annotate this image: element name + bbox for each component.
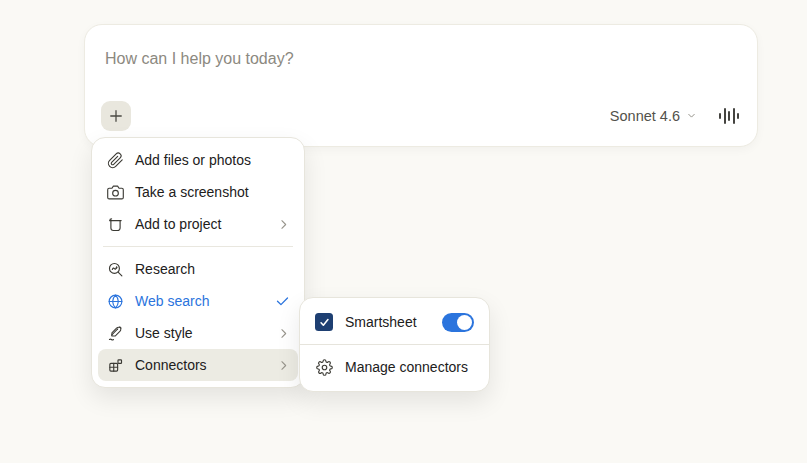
menu-item-label: Web search — [135, 293, 209, 309]
model-selector-label: Sonnet 4.6 — [610, 108, 680, 124]
research-magnifier-icon — [106, 260, 124, 278]
menu-item-take-screenshot[interactable]: Take a screenshot — [98, 176, 298, 208]
voice-input-button[interactable] — [719, 107, 739, 125]
toggle-knob — [457, 315, 472, 330]
chevron-right-icon — [277, 327, 290, 340]
quill-icon — [106, 324, 124, 342]
connectors-grid-icon — [106, 356, 124, 374]
gear-icon — [315, 358, 333, 376]
attachments-menu-button[interactable] — [101, 101, 131, 131]
chevron-right-icon — [277, 359, 290, 372]
submenu-divider — [300, 344, 489, 345]
globe-icon — [106, 292, 124, 310]
menu-item-label: Connectors — [135, 357, 207, 373]
menu-item-add-files[interactable]: Add files or photos — [98, 144, 298, 176]
composer-card: How can I help you today? Sonnet 4.6 — [84, 24, 758, 147]
chevron-down-icon — [686, 108, 697, 124]
message-input[interactable]: How can I help you today? — [105, 50, 294, 68]
message-input-placeholder: How can I help you today? — [105, 50, 294, 67]
menu-item-label: Research — [135, 261, 195, 277]
menu-item-label: Add files or photos — [135, 152, 251, 168]
camera-icon — [106, 183, 124, 201]
voice-waveform-icon — [719, 108, 739, 124]
plus-icon — [107, 107, 125, 125]
menu-item-connectors[interactable]: Connectors — [98, 349, 298, 381]
submenu-item-label: Manage connectors — [345, 359, 468, 375]
menu-divider — [103, 246, 293, 247]
connectors-submenu: Smartsheet Manage connectors — [299, 297, 490, 392]
smartsheet-toggle[interactable] — [442, 313, 474, 332]
paperclip-icon — [106, 151, 124, 169]
composer-attachments-menu: Add files or photos Take a screenshot Ad… — [91, 137, 305, 388]
composer-right-controls: Sonnet 4.6 — [610, 101, 739, 131]
menu-item-label: Use style — [135, 325, 193, 341]
submenu-item-label: Smartsheet — [345, 314, 417, 330]
menu-item-use-style[interactable]: Use style — [98, 317, 298, 349]
project-box-icon — [106, 215, 124, 233]
model-selector[interactable]: Sonnet 4.6 — [610, 108, 697, 124]
check-icon — [275, 294, 290, 309]
menu-item-add-to-project[interactable]: Add to project — [98, 208, 298, 240]
submenu-item-manage-connectors[interactable]: Manage connectors — [300, 347, 489, 387]
chevron-right-icon — [277, 218, 290, 231]
menu-item-label: Add to project — [135, 216, 221, 232]
menu-item-research[interactable]: Research — [98, 253, 298, 285]
menu-item-label: Take a screenshot — [135, 184, 249, 200]
menu-item-web-search[interactable]: Web search — [98, 285, 298, 317]
smartsheet-logo-icon — [315, 313, 333, 331]
submenu-item-smartsheet[interactable]: Smartsheet — [300, 302, 489, 342]
